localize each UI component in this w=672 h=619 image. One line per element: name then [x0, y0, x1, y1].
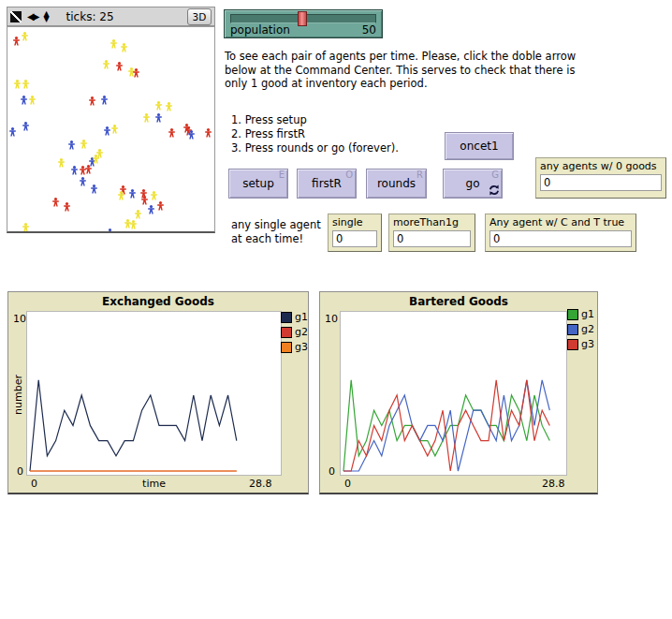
agent-person — [205, 128, 212, 137]
monitor-value: 0 — [332, 230, 377, 247]
agent-person — [148, 205, 154, 214]
resize-icon[interactable] — [10, 11, 22, 22]
oncet1-button-label: oncet1 — [460, 140, 498, 153]
monitor-single: single 0 — [328, 214, 382, 252]
legend-item: g3 — [567, 338, 594, 350]
legend-swatch — [567, 339, 578, 350]
agent-person — [89, 96, 95, 105]
y-axis-min-tick: 0 — [17, 465, 23, 478]
instruction-item: 3. Press rounds or go (forever). — [231, 141, 399, 155]
plot-bartered-goods: Bartered Goods 10 0 0 28.8 g1g2g3 — [319, 291, 598, 494]
netlogo-interface: ◀▶ ▲▼ ticks: 25 3D population 50 — [0, 0, 672, 619]
setup-shortcut-key: E — [279, 169, 285, 180]
monitor-c-and-t-true: Any agent w/ C and T true 0 — [485, 214, 636, 252]
go-button[interactable]: go G — [443, 169, 503, 199]
agent-person — [143, 113, 150, 122]
series-g1-line — [30, 380, 237, 471]
legend-item: g2 — [281, 326, 308, 338]
plot-lines — [341, 312, 566, 475]
legend-swatch — [567, 324, 578, 335]
legend-swatch — [281, 312, 292, 323]
oncet1-button[interactable]: oncet1 — [445, 132, 514, 160]
legend-label: g1 — [581, 308, 594, 320]
plot-legend: g1g2g3 — [567, 308, 594, 350]
agent-person — [103, 60, 110, 68]
monitor-value: 0 — [540, 174, 662, 191]
agent-person — [166, 102, 172, 111]
monitor-label: Any agent w/ C and T true — [489, 216, 632, 228]
agent-person — [91, 184, 97, 193]
agent-person — [107, 228, 113, 231]
agent-person — [116, 62, 123, 70]
y-axis-max-tick: 10 — [13, 313, 26, 325]
world-canvas — [7, 26, 215, 233]
agents-layer — [7, 27, 214, 231]
monitor-label: single — [332, 216, 377, 228]
agent-person — [80, 140, 87, 148]
legend-label: g3 — [295, 341, 308, 353]
horizontal-arrows-icon[interactable]: ◀▶ — [27, 12, 37, 22]
plot-exchanged-goods: Exchanged Goods 10 number 0 0 time 28.8 … — [7, 291, 309, 494]
agent-person — [52, 198, 59, 206]
instructions-list: 1. Press setup 2. Press firstR 3. Press … — [231, 113, 399, 155]
plot-lines — [27, 312, 281, 475]
side-note-line: any single agent — [231, 218, 321, 232]
legend-item: g3 — [281, 341, 308, 353]
agent-person — [111, 125, 118, 133]
agent-person — [64, 202, 70, 211]
monitor-morethan1g: moreThan1g 0 — [388, 214, 475, 252]
plot-title: Bartered Goods — [320, 295, 597, 308]
x-axis-max-tick: 28.8 — [249, 478, 272, 490]
firstr-button-label: firstR — [312, 177, 342, 190]
note-line: only 1 good at inventory each period. — [225, 77, 576, 91]
legend-label: g3 — [581, 338, 594, 350]
agent-person — [29, 96, 36, 104]
agent-person — [13, 37, 20, 45]
agent-person — [85, 165, 92, 173]
note-line: below at the Command Center. This serves… — [225, 64, 576, 78]
setup-button[interactable]: setup E — [228, 169, 288, 199]
y-axis-min-tick: 0 — [329, 465, 335, 478]
vertical-arrows-icon[interactable]: ▲▼ — [43, 11, 49, 22]
agent-person — [151, 191, 157, 199]
monitor-value: 0 — [489, 230, 632, 247]
x-axis-min-tick: 0 — [344, 478, 351, 490]
legend-item: g2 — [567, 323, 594, 335]
agent-person — [130, 220, 137, 228]
instruction-item: 2. Press firstR — [231, 127, 399, 141]
agent-person — [155, 113, 162, 122]
agent-person — [168, 128, 175, 137]
agent-person — [104, 126, 110, 135]
legend-item: g1 — [567, 308, 594, 320]
agent-person — [121, 43, 127, 52]
legend-label: g2 — [295, 326, 308, 338]
view-3d-button[interactable]: 3D — [187, 8, 212, 25]
plot-area — [26, 311, 282, 476]
population-slider[interactable]: population 50 — [224, 9, 383, 38]
agent-person — [22, 32, 28, 40]
agent-person — [96, 149, 103, 157]
agent-person — [68, 140, 75, 149]
side-note-line: at each time! — [231, 232, 321, 246]
agent-person — [22, 223, 29, 231]
instruction-item: 1. Press setup — [231, 113, 399, 127]
plot-title: Exchanged Goods — [8, 295, 308, 308]
slider-label: population — [230, 23, 290, 37]
agent-person — [157, 201, 164, 210]
forever-icon — [489, 184, 500, 196]
rounds-button-label: rounds — [377, 177, 416, 190]
legend-label: g2 — [581, 323, 594, 335]
ticks-counter: ticks: 25 — [66, 10, 114, 23]
legend-label: g1 — [295, 311, 308, 323]
agent-person — [14, 80, 21, 88]
setup-button-label: setup — [242, 177, 274, 190]
note-line: To see each pair of agents per time. Ple… — [225, 50, 576, 64]
monitor-value: 0 — [393, 230, 471, 247]
agent-person — [22, 122, 29, 130]
monitor-label: any agents w/ 0 goods — [540, 160, 662, 172]
legend-swatch — [281, 342, 292, 353]
rounds-button[interactable]: rounds R — [366, 169, 427, 199]
y-axis-max-tick: 10 — [325, 313, 338, 325]
firstr-button[interactable]: firstR O — [297, 169, 357, 199]
agent-person — [9, 127, 16, 136]
